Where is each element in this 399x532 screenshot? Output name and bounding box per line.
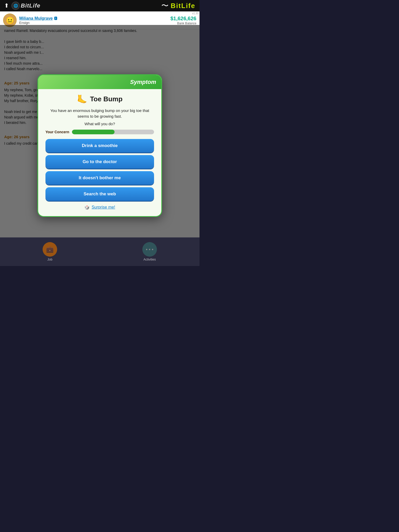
drink-smoothie-button[interactable]: Drink a smoothie xyxy=(45,139,154,152)
bitlife-logo-text-left: BitLife xyxy=(21,2,40,9)
version-badge: v1.30 xyxy=(192,12,198,15)
modal-question: What will you do? xyxy=(45,122,154,126)
bank-label: Bank Balance xyxy=(170,22,196,25)
concern-row: Your Concern xyxy=(45,130,154,134)
bitlife-logo-left: 🌐 BitLife xyxy=(11,2,40,10)
symptom-modal: Symptom 🦶 Toe Bump You have an enormous … xyxy=(37,74,162,217)
toe-emoji: 🦶 xyxy=(77,94,87,104)
modal-desc: You have an enormous bulging bump on you… xyxy=(45,108,154,119)
bitlife-logo-right: 〜 BitLife xyxy=(161,1,195,11)
top-bar: ⬆ 🌐 BitLife 〜 BitLife xyxy=(0,0,200,11)
char-right: $1,626,626 Bank Balance xyxy=(170,16,196,25)
surprise-emoji: 🎲 xyxy=(84,205,90,210)
concern-bar-fill xyxy=(72,130,115,134)
bank-amount: $1,626,626 xyxy=(170,16,196,22)
bitlife-logo-text-right: BitLife xyxy=(171,2,195,10)
char-name[interactable]: Miliana Mulgrave xyxy=(19,16,53,21)
doesnt-bother-button[interactable]: It doesn't bother me xyxy=(45,171,154,185)
modal-emoji-title: 🦶 Toe Bump xyxy=(45,94,154,104)
share-icon[interactable]: ⬆ xyxy=(4,2,9,9)
info-icon[interactable]: i xyxy=(54,17,57,20)
concern-label: Your Concern xyxy=(45,130,69,134)
surprise-row: 🎲 Surprise me! xyxy=(45,205,154,210)
tilde-icon: 〜 xyxy=(161,1,169,11)
char-info: Miliana Mulgrave i Ensign xyxy=(19,16,57,25)
top-bar-left: ⬆ 🌐 BitLife xyxy=(4,2,40,10)
modal-overlay: Symptom 🦶 Toe Bump You have an enormous … xyxy=(0,25,200,266)
surprise-me-link[interactable]: Surprise me! xyxy=(92,205,115,210)
go-to-doctor-button[interactable]: Go to the doctor xyxy=(45,155,154,169)
modal-body: 🦶 Toe Bump You have an enormous bulging … xyxy=(38,89,161,216)
logo-circle: 🌐 xyxy=(11,2,20,10)
modal-header: Symptom xyxy=(38,75,161,89)
modal-header-title: Symptom xyxy=(130,79,156,85)
concern-bar xyxy=(72,130,154,134)
modal-condition-title: Toe Bump xyxy=(90,95,122,103)
search-web-button[interactable]: Search the web xyxy=(45,187,154,201)
char-name-row: Miliana Mulgrave i xyxy=(19,16,57,21)
char-title: Ensign xyxy=(19,21,57,25)
